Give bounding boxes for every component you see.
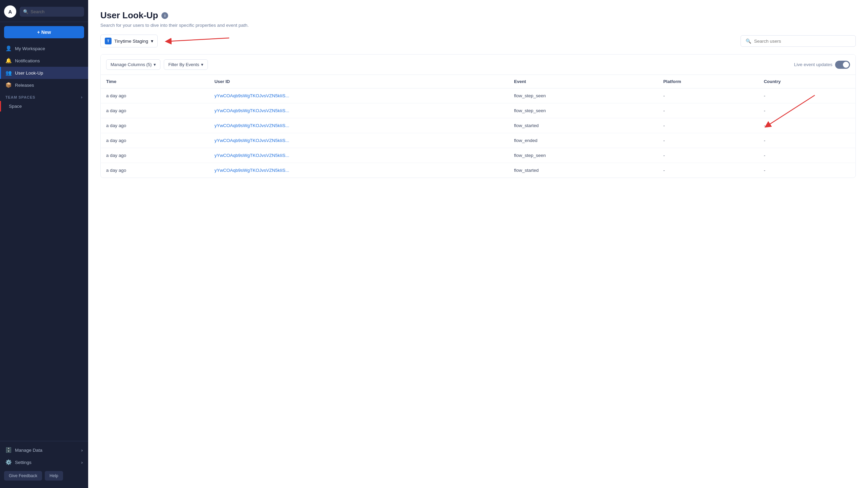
sidebar-item-manage-data[interactable]: 🗄️ Manage Data ›	[0, 444, 88, 456]
app-logo: A	[4, 5, 16, 18]
cell-platform: -	[658, 88, 758, 103]
cell-time: a day ago	[101, 103, 209, 118]
project-badge: T	[105, 38, 112, 44]
table-row: a day ago yYwCOAqb9sWgTKOJvsVZN5kIiS... …	[101, 88, 855, 103]
cell-event: flow_step_seen	[509, 88, 658, 103]
new-button[interactable]: + New	[4, 26, 84, 38]
user-id-link[interactable]: yYwCOAqb9sWgTKOJvsVZN5kIiS...	[214, 168, 289, 173]
cell-country: -	[758, 103, 855, 118]
toggle-knob	[843, 62, 849, 68]
cell-event: flow_started	[509, 163, 658, 178]
manage-data-arrow: ›	[81, 448, 83, 453]
settings-label: Settings	[15, 460, 32, 465]
manage-columns-button[interactable]: Manage Columns (5) ▾	[106, 59, 160, 70]
settings-arrow: ›	[81, 460, 83, 465]
sidebar-item-settings[interactable]: ⚙️ Settings ›	[0, 456, 88, 468]
cell-user-id[interactable]: yYwCOAqb9sWgTKOJvsVZN5kIiS...	[209, 148, 509, 163]
svg-line-0	[168, 38, 229, 41]
sidebar-item-notifications[interactable]: 🔔 Notifications	[0, 55, 88, 67]
sidebar-header: A 🔍	[0, 0, 88, 22]
sidebar-item-label: My Workspace	[15, 46, 45, 51]
project-name: Tinytime Staging	[114, 39, 148, 44]
cell-event: flow_started	[509, 118, 658, 133]
cell-country: -	[758, 133, 855, 148]
user-lookup-icon: 👥	[5, 70, 12, 76]
main-content: User Look-Up i Search for your users to …	[88, 0, 868, 488]
cell-platform: -	[658, 148, 758, 163]
cell-platform: -	[658, 118, 758, 133]
cell-time: a day ago	[101, 148, 209, 163]
cell-country: -	[758, 148, 855, 163]
cell-event: flow_step_seen	[509, 148, 658, 163]
col-header-event: Event	[509, 75, 658, 88]
give-feedback-button[interactable]: Give Feedback	[4, 471, 42, 481]
team-spaces-label: TEAM SPACES	[5, 95, 35, 99]
table-row: a day ago yYwCOAqb9sWgTKOJvsVZN5kIiS... …	[101, 163, 855, 178]
sidebar-item-my-workspace[interactable]: 👤 My Workspace	[0, 42, 88, 55]
user-id-link[interactable]: yYwCOAqb9sWgTKOJvsVZN5kIiS...	[214, 93, 289, 98]
sidebar-item-user-lookup[interactable]: 👥 User Look-Up	[0, 67, 88, 79]
sidebar-bottom: 🗄️ Manage Data › ⚙️ Settings › Give Feed…	[0, 441, 88, 488]
table-row: a day ago yYwCOAqb9sWgTKOJvsVZN5kIiS... …	[101, 118, 855, 133]
manage-data-label: Manage Data	[15, 448, 42, 453]
manage-data-icon: 🗄️	[5, 447, 12, 453]
project-dropdown[interactable]: T Tinytime Staging ▾	[100, 35, 158, 47]
live-event-updates-label: Live event updates	[794, 62, 832, 67]
notifications-icon: 🔔	[5, 58, 12, 64]
user-id-link[interactable]: yYwCOAqb9sWgTKOJvsVZN5kIiS...	[214, 108, 289, 113]
cell-time: a day ago	[101, 163, 209, 178]
col-header-user-id: User ID	[209, 75, 509, 88]
table-toolbar: Manage Columns (5) ▾ Filter By Events ▾ …	[101, 55, 855, 75]
live-event-toggle[interactable]	[835, 61, 850, 69]
cell-platform: -	[658, 163, 758, 178]
team-spaces-header: TEAM SPACES ›	[0, 91, 88, 101]
cell-country: -	[758, 118, 855, 133]
cell-time: a day ago	[101, 133, 209, 148]
search-users-icon: 🔍	[746, 38, 751, 44]
user-id-link[interactable]: yYwCOAqb9sWgTKOJvsVZN5kIiS...	[214, 153, 289, 158]
sidebar: A 🔍 + New 👤 My Workspace 🔔 Notifications…	[0, 0, 88, 488]
page-subtitle: Search for your users to dive into their…	[100, 23, 856, 28]
col-header-platform: Platform	[658, 75, 758, 88]
search-users-wrapper: 🔍	[741, 35, 856, 47]
sidebar-item-space[interactable]: Space	[0, 101, 88, 111]
search-users-input[interactable]	[754, 39, 851, 44]
page-title: User Look-Up	[100, 10, 158, 21]
my-workspace-icon: 👤	[5, 45, 12, 52]
user-id-link[interactable]: yYwCOAqb9sWgTKOJvsVZN5kIiS...	[214, 123, 289, 128]
user-id-link[interactable]: yYwCOAqb9sWgTKOJvsVZN5kIiS...	[214, 138, 289, 143]
help-button[interactable]: Help	[45, 471, 63, 481]
sidebar-item-label: User Look-Up	[15, 70, 43, 76]
search-users-box[interactable]: 🔍	[741, 35, 856, 47]
team-spaces-chevron[interactable]: ›	[81, 95, 83, 100]
cell-user-id[interactable]: yYwCOAqb9sWgTKOJvsVZN5kIiS...	[209, 88, 509, 103]
table-row: a day ago yYwCOAqb9sWgTKOJvsVZN5kIiS... …	[101, 133, 855, 148]
data-table: Time User ID Event Platform Country a da…	[101, 75, 855, 178]
cell-country: -	[758, 88, 855, 103]
table-row: a day ago yYwCOAqb9sWgTKOJvsVZN5kIiS... …	[101, 103, 855, 118]
sidebar-item-label: Notifications	[15, 58, 40, 63]
col-header-time: Time	[101, 75, 209, 88]
sidebar-item-releases[interactable]: 📦 Releases	[0, 79, 88, 91]
space-label: Space	[9, 104, 22, 109]
toolbar-row: T Tinytime Staging ▾ 🔍	[100, 35, 856, 47]
cell-event: flow_step_seen	[509, 103, 658, 118]
filter-by-events-label: Filter By Events	[168, 62, 199, 67]
col-header-country: Country	[758, 75, 855, 88]
page-header: User Look-Up i Search for your users to …	[100, 10, 856, 28]
cell-user-id[interactable]: yYwCOAqb9sWgTKOJvsVZN5kIiS...	[209, 118, 509, 133]
table-row: a day ago yYwCOAqb9sWgTKOJvsVZN5kIiS... …	[101, 148, 855, 163]
live-event-updates-wrapper: Live event updates	[794, 61, 850, 69]
cell-user-id[interactable]: yYwCOAqb9sWgTKOJvsVZN5kIiS...	[209, 103, 509, 118]
cell-user-id[interactable]: yYwCOAqb9sWgTKOJvsVZN5kIiS...	[209, 163, 509, 178]
project-dropdown-chevron: ▾	[151, 38, 153, 44]
info-icon[interactable]: i	[161, 12, 168, 19]
filter-by-events-button[interactable]: Filter By Events ▾	[164, 59, 208, 70]
footer-buttons: Give Feedback Help	[0, 468, 88, 485]
cell-user-id[interactable]: yYwCOAqb9sWgTKOJvsVZN5kIiS...	[209, 133, 509, 148]
sidebar-item-label: Releases	[15, 83, 34, 88]
search-box[interactable]: 🔍	[20, 7, 84, 17]
filter-by-events-chevron: ▾	[201, 62, 203, 67]
releases-icon: 📦	[5, 82, 12, 88]
search-input[interactable]	[31, 9, 81, 14]
